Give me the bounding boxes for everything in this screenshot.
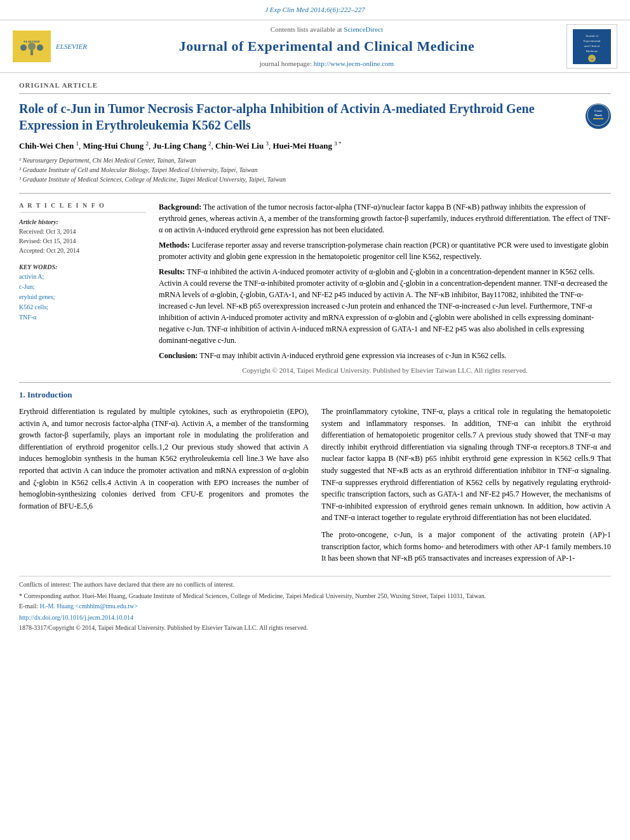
journal-logo-box: Journal of Experimental and Clinical Med… [566, 24, 617, 69]
crossmark-badge: Cross Mark [586, 103, 611, 129]
conclusion-text: TNF-α may inhibit activin A-induced eryt… [199, 351, 506, 360]
conclusion-label: Conclusion: [159, 351, 198, 360]
intro-para2: The proinflammatory cytokine, TNF-α, pla… [321, 406, 611, 524]
elsevier-text: ELSEVIER [56, 42, 87, 51]
original-article-label: ORIGINAL ARTICLE [19, 81, 611, 93]
article-history: Article history: Received: Oct 3, 2014 R… [19, 218, 146, 255]
email-line: E-mail: H.-M. Huang <cmhhlm@tmu.edu.tw> [19, 602, 611, 611]
svg-text:Medicine: Medicine [586, 50, 599, 53]
article-content: ORIGINAL ARTICLE Role of c-Jun in Tumor … [0, 73, 630, 639]
abstract-background: Background: The activation of the tumor … [159, 201, 611, 236]
doi-link[interactable]: http://dx.doi.org/10.1016/j.jecm.2014.10… [19, 614, 133, 621]
journal-title-block: Contents lists available at ScienceDirec… [87, 25, 566, 69]
homepage-link[interactable]: http://www.jecm-online.com [314, 60, 394, 67]
abstract-results: Results: TNF-α inhibited the activin A-i… [159, 266, 611, 346]
background-text: The activation of the tumor necrosis fac… [159, 203, 610, 234]
svg-text:Mark: Mark [594, 114, 602, 117]
abstract-section: Background: The activation of the tumor … [159, 201, 611, 376]
section-heading: 1. Introduction [19, 389, 611, 401]
introduction-section: 1. Introduction Erythroid differentiatio… [19, 382, 611, 632]
accepted-date: Accepted: Oct 20, 2014 [19, 246, 146, 255]
intro-para1: Erythroid differentiation is regulated b… [19, 406, 309, 512]
sciencedirect-line: Contents lists available at ScienceDirec… [87, 25, 566, 34]
author-huei-mei-huang: Huei-Mei Huang [272, 141, 332, 150]
email-label: E-mail: [19, 603, 38, 610]
keywords-label: KEY WORDS: [19, 263, 146, 272]
keyword-5: TNF-α [19, 312, 146, 323]
article-info-column: A R T I C L E I N F O Article history: R… [19, 201, 146, 376]
affiliation-2: ² Graduate Institute of Cell and Molecul… [19, 165, 611, 175]
article-title-row: Role of c-Jun in Tumor Necrosis Factor-a… [19, 100, 611, 133]
abstract-column: Background: The activation of the tumor … [159, 201, 611, 376]
svg-point-3 [28, 43, 36, 50]
copyright-line: Copyright © 2014, Taipei Medical Univers… [159, 365, 611, 376]
svg-text:Cross: Cross [594, 109, 602, 112]
crossmark-inner: Cross Mark [587, 103, 610, 128]
author-chih-wei-chen: Chih-Wei Chen [19, 141, 74, 150]
svg-point-4 [37, 44, 43, 51]
keyword-2: c-Jun; [19, 282, 146, 292]
results-text: TNF-α inhibited the activin A-induced pr… [159, 267, 608, 345]
article-title: Role of c-Jun in Tumor Necrosis Factor-a… [19, 100, 579, 133]
intro-two-col: Erythroid differentiation is regulated b… [19, 406, 611, 570]
issn-line: 1878-3317/Copyright © 2014, Taipei Medic… [19, 623, 611, 632]
article-info-heading: A R T I C L E I N F O [19, 201, 146, 213]
two-column-layout: A R T I C L E I N F O Article history: R… [19, 193, 611, 376]
methods-label: Methods: [159, 241, 190, 250]
keyword-3: eryluid genes; [19, 292, 146, 302]
svg-text:Journal of: Journal of [586, 34, 598, 37]
intro-para3: The proto-oncogene, c-Jun, is a major co… [321, 529, 611, 564]
page: J Exp Clin Med 2014;6(6):222–227 ELSEVIE… [0, 0, 630, 840]
footnote-section: Conflicts of interest: The authors have … [19, 576, 611, 632]
svg-text:Experimental: Experimental [584, 39, 601, 43]
affiliations: ¹ Neurosurgery Department, Chi Mei Medic… [19, 156, 611, 184]
article-history-label: Article history: [19, 218, 146, 227]
abstract-methods: Methods: Luciferase reporter assay and r… [159, 239, 611, 262]
elsevier-box: ELSEVIER [13, 30, 51, 62]
svg-text:and Clinical: and Clinical [584, 44, 600, 48]
results-label: Results: [159, 267, 185, 276]
svg-point-2 [20, 44, 27, 51]
keyword-4: K562 cells; [19, 302, 146, 312]
svg-text:JE: JE [591, 58, 594, 61]
intro-right-col: The proinflammatory cytokine, TNF-α, pla… [321, 406, 611, 570]
affiliation-1: ¹ Neurosurgery Department, Chi Mei Medic… [19, 156, 611, 165]
top-header: J Exp Clin Med 2014;6(6):222–227 [0, 0, 630, 20]
elsevier-bar: ELSEVIER ELSEVIER Contents lists availab… [0, 20, 630, 73]
keyword-1: activin A; [19, 272, 146, 282]
revised-date: Revised: Oct 15, 2014 [19, 236, 146, 246]
svg-rect-5 [30, 50, 33, 55]
keywords-section: KEY WORDS: activin A; c-Jun; eryluid gen… [19, 263, 146, 323]
elsevier-logo: ELSEVIER ELSEVIER [13, 30, 87, 62]
email-link[interactable]: H.-M. Huang <cmhhlm@tmu.edu.tw> [40, 603, 138, 610]
doi-line: http://dx.doi.org/10.1016/j.jecm.2014.10… [19, 613, 611, 622]
author-ju-ling-chang: Ju-Ling Chang [153, 141, 206, 150]
journal-homepage: journal homepage: http://www.jecm-online… [87, 59, 566, 69]
authors-line: Chih-Wei Chen 1, Ming-Hui Chung 2, Ju-Li… [19, 140, 611, 152]
author-chin-wei-liu: Chin-Wei Liu [215, 141, 264, 150]
corresponding-text: * Corresponding author. Huei-Mei Huang, … [19, 592, 611, 601]
background-label: Background: [159, 203, 201, 211]
author-ming-hui-chung: Ming-Hui Chung [83, 141, 144, 150]
sciencedirect-link[interactable]: ScienceDirect [344, 25, 383, 33]
conflicts-text: Conflicts of interest: The authors have … [19, 580, 611, 589]
methods-text: Luciferase reporter assay and reverse tr… [159, 241, 608, 261]
intro-left-col: Erythroid differentiation is regulated b… [19, 406, 309, 570]
journal-main-title: Journal of Experimental and Clinical Med… [87, 37, 566, 57]
received-date: Received: Oct 3, 2014 [19, 227, 146, 236]
journal-ref: J Exp Clin Med 2014;6(6):222–227 [13, 5, 617, 15]
abstract-conclusion: Conclusion: TNF-α may inhibit activin A-… [159, 350, 611, 361]
keywords-list: activin A; c-Jun; eryluid genes; K562 ce… [19, 272, 146, 323]
affiliation-3: ³ Graduate Institute of Medical Sciences… [19, 175, 611, 184]
